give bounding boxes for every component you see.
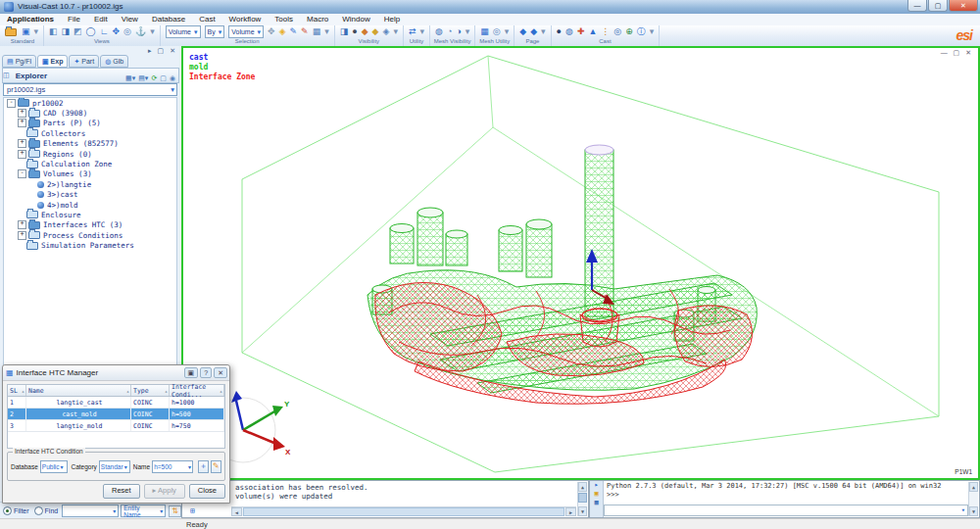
tree-expander-icon[interactable]: +: [18, 220, 26, 229]
console-input[interactable]: ▾: [604, 505, 968, 516]
invert-visibility-icon[interactable]: ◈: [381, 26, 392, 37]
overflow-icon[interactable]: ▾: [648, 26, 657, 37]
page-prev-icon[interactable]: ◆: [517, 26, 528, 37]
overflow-icon[interactable]: ▾: [32, 26, 41, 37]
menu-item-help[interactable]: Help: [377, 14, 407, 25]
table-row[interactable]: 2cast_moldCOINCh=500: [8, 409, 224, 420]
scroll-down-icon[interactable]: ▼: [969, 506, 978, 516]
run-script-icon[interactable]: ▸: [590, 481, 603, 490]
panel-dock-controls[interactable]: ▸ ▢ ✕: [148, 47, 177, 55]
maximize-button[interactable]: ▢: [928, 0, 948, 12]
overflow-icon[interactable]: ▾: [418, 26, 427, 37]
message-hscrollbar[interactable]: ◀ ▶: [231, 506, 576, 516]
refresh-icon[interactable]: ⟳: [151, 74, 157, 81]
mesh-inspect-icon[interactable]: ◎: [491, 26, 503, 37]
database-combo[interactable]: Public▾: [40, 460, 69, 473]
tab-exp[interactable]: ▣Exp: [37, 55, 68, 68]
message-window-icon[interactable]: ⊞: [190, 506, 195, 515]
overflow-icon[interactable]: ▾: [148, 26, 157, 37]
column-header-0[interactable]: SL▴: [8, 385, 26, 396]
tab-pg-fl[interactable]: ▤Pg/Fl: [2, 55, 36, 68]
overflow-icon[interactable]: ▾: [464, 26, 472, 37]
visibility-filter-icon[interactable]: ◨: [338, 26, 351, 37]
cast-info-icon[interactable]: ⓘ: [635, 26, 648, 37]
overflow-icon[interactable]: ▾: [322, 26, 331, 37]
menu-item-window[interactable]: Window: [335, 14, 376, 25]
anchor-icon[interactable]: ⚓: [133, 26, 148, 37]
script-icon[interactable]: ▣: [590, 490, 603, 499]
close-button[interactable]: ✕: [949, 0, 978, 12]
show-all-icon[interactable]: ●: [350, 26, 359, 37]
mesh-solid-icon[interactable]: ◑: [454, 26, 463, 37]
list-view-mode-icon[interactable]: ▤▾: [138, 74, 148, 81]
menu-item-macro[interactable]: Macro: [300, 14, 335, 25]
filter-radio[interactable]: [3, 506, 12, 515]
open-file-icon[interactable]: [5, 28, 17, 36]
edit-condition-button[interactable]: ✎: [211, 460, 221, 473]
table-row[interactable]: 1langtie_castCOINCh=1000: [8, 397, 224, 409]
mesh-edge-icon[interactable]: ◔: [445, 26, 454, 37]
mesh-surface-icon[interactable]: ◍: [433, 26, 445, 37]
cast-run-icon[interactable]: ⊕: [623, 26, 635, 37]
table-row[interactable]: 3langtie_moldCOINCh=750: [8, 420, 224, 432]
select-pen-blue-icon[interactable]: ✎: [288, 26, 300, 37]
select-tool-icon[interactable]: ✥: [266, 26, 277, 37]
category-combo[interactable]: Standar▾: [99, 460, 130, 473]
collapse-icon[interactable]: ▢: [160, 74, 167, 81]
entity-name-combo[interactable]: Entity Name▾: [121, 505, 166, 517]
name-combo[interactable]: h=500▾: [152, 460, 193, 473]
overflow-icon[interactable]: ▾: [539, 26, 548, 37]
snapshot-icon[interactable]: ▣: [184, 367, 199, 378]
show-entity-icon[interactable]: ◆: [370, 26, 381, 37]
menu-item-edit[interactable]: Edit: [87, 14, 115, 25]
add-condition-button[interactable]: ＋: [198, 460, 209, 473]
cast-check-icon[interactable]: ◎: [612, 26, 623, 37]
close-dialog-button[interactable]: Close: [189, 484, 225, 499]
console-vscrollbar[interactable]: ▲ ▼: [968, 482, 978, 516]
page-next-icon[interactable]: ◆: [528, 26, 539, 37]
column-header-3[interactable]: Interface Condi...▴: [170, 385, 224, 396]
iso-view-icon[interactable]: ◧: [47, 26, 60, 37]
dialog-close-icon[interactable]: ✕: [214, 367, 227, 378]
menu-item-file[interactable]: File: [61, 14, 87, 25]
scroll-right-icon[interactable]: ▶: [565, 507, 576, 516]
hide-entity-icon[interactable]: ◆: [360, 26, 370, 37]
cast-volume-icon[interactable]: ●: [555, 26, 564, 37]
tree-expander-icon[interactable]: +: [18, 109, 26, 118]
tab-glb[interactable]: ◍Glb: [100, 55, 128, 68]
menu-item-database[interactable]: Database: [145, 14, 192, 25]
tree-expander-icon[interactable]: -: [18, 169, 26, 178]
column-header-1[interactable]: Name▴: [26, 385, 131, 396]
measure-icon[interactable]: ⇄: [407, 26, 418, 37]
select-target-combo[interactable]: Volume▾: [228, 25, 264, 38]
column-header-2[interactable]: Type▴: [131, 385, 170, 396]
tree-item[interactable]: Simulation Parameters: [4, 240, 176, 250]
3d-viewport[interactable]: Y X castmoldInterface Zone — ▢ ✕ P1W1: [181, 46, 980, 480]
overflow-icon[interactable]: ▾: [391, 26, 400, 37]
menu-item-tools[interactable]: Tools: [268, 14, 300, 25]
filter-input-combo[interactable]: ▾: [62, 505, 119, 517]
tree-item[interactable]: 2>)langtie: [4, 179, 176, 189]
tree-item[interactable]: -Volumes (3): [4, 169, 176, 179]
file-combo[interactable]: pr10002.igs ▾: [3, 83, 177, 96]
dialog-title-bar[interactable]: ▦ Interface HTC Manager ▣ ? ✕: [3, 365, 229, 381]
scroll-down-icon[interactable]: ▼: [578, 506, 587, 516]
cast-process-icon[interactable]: ⋮: [599, 26, 612, 37]
cast-gravity-icon[interactable]: ▲: [586, 26, 599, 37]
minimize-button[interactable]: —: [907, 0, 927, 12]
help-icon[interactable]: ?: [200, 367, 212, 378]
tree-item[interactable]: 3>)cast: [4, 190, 176, 200]
select-by-combo[interactable]: By▾: [205, 25, 225, 38]
overflow-icon[interactable]: ▾: [503, 26, 512, 37]
menu-item-view[interactable]: View: [115, 14, 145, 25]
scroll-up-icon[interactable]: ▲: [578, 482, 587, 492]
scroll-up-icon[interactable]: ▲: [969, 482, 978, 492]
apply-button[interactable]: ▸ Apply: [144, 484, 185, 499]
shaded-view-icon[interactable]: ◨: [60, 26, 73, 37]
select-region-icon[interactable]: ◈: [277, 26, 288, 37]
menu-item-applications[interactable]: Applications: [0, 14, 61, 25]
options-icon[interactable]: ◉: [170, 74, 175, 81]
console-grid-icon[interactable]: ▦: [590, 499, 603, 507]
tree-expander-icon[interactable]: +: [18, 119, 26, 127]
zoom-icon[interactable]: ◎: [122, 26, 133, 37]
